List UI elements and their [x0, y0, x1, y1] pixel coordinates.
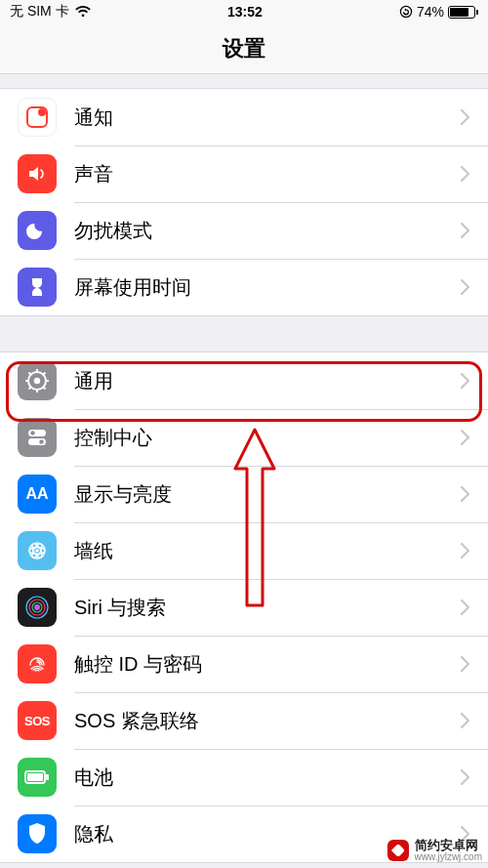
status-time: 13:52 [227, 4, 263, 20]
battery-icon [448, 6, 478, 19]
dnd-icon [18, 211, 57, 250]
row-control-center[interactable]: 控制中心 [0, 409, 488, 466]
row-label: 控制中心 [74, 425, 461, 451]
control-center-icon [18, 418, 57, 457]
row-label: SOS 紧急联络 [74, 708, 461, 734]
watermark-line2: www.jylzwj.com [415, 852, 482, 863]
chevron-right-icon [461, 486, 470, 502]
settings-group-1: 通知 声音 勿扰模式 屏幕使用时间 [0, 88, 488, 316]
svg-line-11 [29, 387, 32, 390]
row-label: 通知 [74, 104, 461, 131]
row-label: 声音 [74, 161, 461, 187]
row-screentime[interactable]: 屏幕使用时间 [0, 259, 488, 315]
privacy-icon [18, 814, 57, 853]
chevron-right-icon [461, 279, 470, 295]
watermark-logo-icon [387, 840, 409, 861]
chevron-right-icon [461, 769, 470, 785]
orientation-lock-icon [399, 5, 413, 19]
settings-group-2: 通用 控制中心 AA 显示与亮度 墙纸 Siri 与搜索 触控 ID 与密码 [0, 351, 488, 863]
sos-text: SOS [24, 714, 50, 728]
row-sounds[interactable]: 声音 [0, 145, 488, 202]
row-display[interactable]: AA 显示与亮度 [0, 466, 488, 522]
row-label: Siri 与搜索 [74, 595, 461, 621]
svg-point-14 [30, 431, 34, 434]
row-touchid[interactable]: 触控 ID 与密码 [0, 636, 488, 692]
status-right: 74% [399, 4, 478, 20]
chevron-right-icon [461, 543, 470, 558]
touchid-icon [18, 644, 57, 683]
chevron-right-icon [461, 430, 470, 445]
row-label: 墙纸 [74, 538, 461, 564]
carrier-text: 无 SIM 卡 [10, 3, 69, 21]
chevron-right-icon [461, 166, 470, 182]
svg-point-4 [34, 378, 40, 384]
row-sos[interactable]: SOS SOS 紧急联络 [0, 692, 488, 749]
row-label: 屏幕使用时间 [74, 274, 461, 301]
row-label: 电池 [74, 765, 461, 791]
svg-point-2 [38, 108, 46, 116]
siri-icon [18, 588, 57, 627]
row-label: 通用 [74, 368, 461, 394]
row-general[interactable]: 通用 [0, 352, 488, 409]
wifi-icon [75, 6, 91, 18]
row-dnd[interactable]: 勿扰模式 [0, 202, 488, 259]
screentime-icon [18, 268, 57, 307]
chevron-right-icon [461, 599, 470, 615]
watermark-line1: 简约安卓网 [415, 839, 482, 852]
row-label: 显示与亮度 [74, 481, 461, 508]
svg-rect-28 [46, 774, 49, 780]
general-icon [18, 361, 57, 400]
svg-point-0 [400, 6, 411, 17]
wallpaper-icon [18, 531, 57, 570]
svg-line-9 [29, 373, 32, 376]
row-notifications[interactable]: 通知 [0, 89, 488, 145]
battery-percent: 74% [417, 4, 444, 20]
chevron-right-icon [461, 713, 470, 728]
chevron-right-icon [461, 109, 470, 125]
svg-point-21 [35, 549, 39, 553]
page-title: 设置 [0, 23, 488, 74]
row-battery[interactable]: 电池 [0, 749, 488, 806]
sos-icon: SOS [18, 701, 57, 740]
status-left: 无 SIM 卡 [10, 3, 91, 21]
row-wallpaper[interactable]: 墙纸 [0, 522, 488, 579]
notifications-icon [18, 98, 57, 137]
display-icon: AA [18, 475, 57, 514]
row-label: 触控 ID 与密码 [74, 651, 461, 678]
sounds-icon [18, 154, 57, 193]
chevron-right-icon [461, 656, 470, 672]
row-label: 勿扰模式 [74, 218, 461, 244]
svg-point-16 [39, 439, 43, 443]
svg-line-12 [43, 373, 46, 376]
status-bar: 无 SIM 卡 13:52 74% [0, 0, 488, 23]
battery-row-icon [18, 758, 57, 797]
display-aa-text: AA [25, 485, 48, 503]
chevron-right-icon [461, 223, 470, 238]
svg-rect-27 [27, 773, 43, 781]
row-siri[interactable]: Siri 与搜索 [0, 579, 488, 636]
chevron-right-icon [461, 373, 470, 389]
svg-point-25 [34, 604, 40, 610]
watermark: 简约安卓网 www.jylzwj.com [387, 839, 482, 862]
svg-line-10 [43, 387, 46, 390]
